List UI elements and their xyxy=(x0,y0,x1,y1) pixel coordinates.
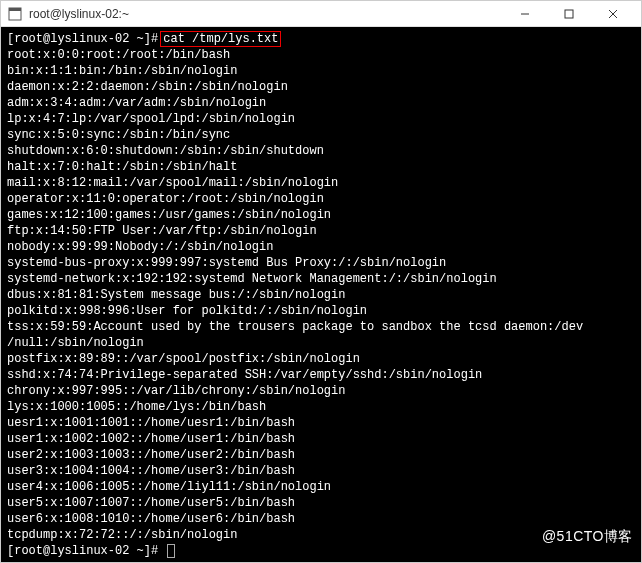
cursor xyxy=(167,544,175,558)
close-button[interactable] xyxy=(591,1,635,27)
command-highlight: cat /tmp/lys.txt xyxy=(160,31,281,47)
terminal-output: root:x:0:0:root:/root:/bin/bash bin:x:1:… xyxy=(7,47,635,543)
terminal-window: root@lyslinux-02:~ [root@lyslinux-02 ~]#… xyxy=(0,0,642,563)
watermark: @51CTO博客 xyxy=(542,528,633,544)
prompt-2: [root@lyslinux-02 ~]# xyxy=(7,544,158,558)
maximize-button[interactable] xyxy=(547,1,591,27)
svg-rect-3 xyxy=(565,10,573,18)
window-controls xyxy=(503,1,635,27)
window-title: root@lyslinux-02:~ xyxy=(29,7,497,21)
terminal-body[interactable]: [root@lyslinux-02 ~]#cat /tmp/lys.txt ro… xyxy=(1,27,641,562)
prompt: [root@lyslinux-02 ~]# xyxy=(7,32,158,46)
titlebar[interactable]: root@lyslinux-02:~ xyxy=(1,1,641,27)
minimize-button[interactable] xyxy=(503,1,547,27)
terminal-icon xyxy=(7,6,23,22)
svg-rect-1 xyxy=(9,8,21,11)
